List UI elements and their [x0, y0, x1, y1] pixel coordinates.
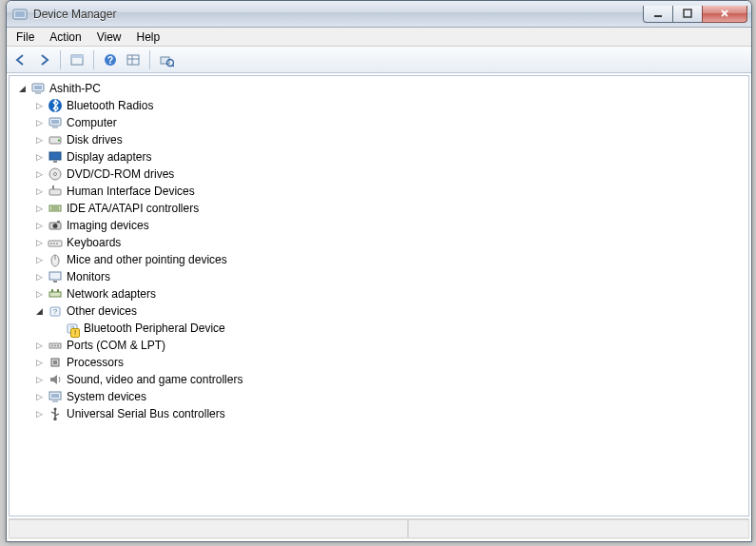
menu-view[interactable]: View: [89, 29, 129, 46]
twisty-collapsed-icon[interactable]: ▷: [34, 255, 45, 265]
hid-icon: [48, 184, 63, 199]
app-icon: [12, 7, 28, 22]
tree-item-label: Universal Serial Bus controllers: [66, 407, 225, 420]
toolbar: ?: [7, 47, 751, 73]
svg-rect-28: [52, 185, 54, 189]
tree-item-label: Disk drives: [66, 133, 123, 146]
svg-rect-1: [15, 11, 25, 17]
tree-item[interactable]: ▷Display adapters: [30, 148, 748, 166]
twisty-collapsed-icon[interactable]: ▷: [34, 341, 45, 351]
tree-item[interactable]: ▷Bluetooth Radios: [30, 97, 748, 114]
tree-item[interactable]: ▷Ports (COM & LPT): [30, 337, 748, 354]
twisty-collapsed-icon[interactable]: ▷: [34, 375, 45, 385]
twisty-collapsed-icon[interactable]: ▷: [34, 221, 45, 231]
twisty-expanded-icon[interactable]: ◢: [17, 84, 28, 94]
tree-item[interactable]: ◢Ashith-PC: [13, 80, 748, 97]
tree-node: ◢Ashith-PC▷Bluetooth Radios▷Computer▷Dis…: [13, 80, 748, 422]
twisty-collapsed-icon[interactable]: ▷: [34, 289, 45, 300]
svg-point-51: [51, 345, 53, 347]
usb-icon: [48, 406, 63, 421]
tree-children: ?!Bluetooth Peripheral Device: [30, 320, 748, 337]
tree-item-label: Ashith-PC: [48, 82, 101, 95]
tree-item-label: Imaging devices: [66, 219, 149, 232]
forward-button[interactable]: [33, 49, 54, 70]
device-tree[interactable]: ◢Ashith-PC▷Bluetooth Radios▷Computer▷Dis…: [9, 75, 749, 517]
tree-item[interactable]: ▷Universal Serial Bus controllers: [30, 405, 748, 422]
tree-node: ▷Network adapters: [30, 285, 748, 302]
ide-icon: [48, 201, 63, 216]
status-pane: [9, 519, 408, 538]
twisty-collapsed-icon[interactable]: ▷: [34, 186, 45, 197]
tree-item[interactable]: ▷DVD/CD-ROM drives: [30, 166, 748, 183]
tree-item[interactable]: ▷Keyboards: [30, 234, 748, 251]
toolbar-separator: [60, 50, 61, 69]
window-title: Device Manager: [33, 8, 644, 21]
svg-rect-5: [71, 55, 83, 58]
tree-item[interactable]: ▷IDE ATA/ATAPI controllers: [30, 200, 748, 217]
tree-item[interactable]: ▷Human Interface Devices: [30, 183, 748, 200]
other-icon: ?: [48, 303, 63, 319]
menu-help[interactable]: Help: [129, 29, 168, 46]
system-icon: [48, 389, 63, 404]
twisty-expanded-icon[interactable]: ◢: [34, 306, 45, 317]
scan-hardware-button[interactable]: [156, 49, 177, 70]
menu-action[interactable]: Action: [42, 29, 88, 46]
display-icon: [48, 149, 63, 165]
menubar: File Action View Help: [7, 28, 751, 47]
maximize-button[interactable]: [672, 6, 703, 23]
show-hidden-button[interactable]: [67, 49, 87, 70]
close-button[interactable]: [702, 6, 747, 23]
tree-item[interactable]: ▷Processors: [30, 354, 748, 371]
twisty-collapsed-icon[interactable]: ▷: [34, 152, 45, 163]
svg-rect-42: [53, 281, 57, 283]
svg-rect-15: [34, 86, 42, 89]
tree-item[interactable]: ▷Monitors: [30, 268, 748, 285]
tree-node: ◢?Other devices?!Bluetooth Peripheral De…: [30, 302, 748, 337]
menu-file[interactable]: File: [9, 29, 42, 46]
tree-item-label: Ports (COM & LPT): [66, 339, 165, 352]
tree-node: ▷Monitors: [30, 268, 748, 285]
twisty-collapsed-icon[interactable]: ▷: [34, 204, 45, 214]
svg-text:?: ?: [107, 55, 113, 66]
svg-rect-24: [53, 161, 57, 163]
tree-item[interactable]: ▷Sound, video and game controllers: [30, 371, 748, 388]
titlebar[interactable]: Device Manager: [7, 1, 751, 28]
twisty-collapsed-icon[interactable]: ▷: [34, 118, 45, 128]
back-button[interactable]: [10, 49, 31, 70]
twisty-collapsed-icon[interactable]: ▷: [34, 392, 45, 402]
port-icon: [48, 338, 63, 353]
tree-item[interactable]: ▷Computer: [30, 114, 748, 131]
tree-node: ▷Human Interface Devices: [30, 183, 748, 200]
svg-rect-58: [52, 400, 58, 402]
tree-item-label: Network adapters: [66, 287, 156, 301]
keyboard-icon: [48, 235, 63, 250]
twisty-collapsed-icon[interactable]: ▷: [34, 238, 45, 248]
tree-children: ▷Bluetooth Radios▷Computer▷Disk drives▷D…: [13, 97, 748, 422]
monitor-icon: [48, 269, 63, 284]
minimize-button[interactable]: [643, 6, 673, 23]
tree-item[interactable]: ▷Network adapters: [30, 285, 748, 302]
tree-item[interactable]: ◢?Other devices: [30, 302, 748, 320]
window: Device Manager File Action View Help: [6, 0, 752, 542]
svg-line-13: [172, 65, 174, 67]
svg-rect-45: [57, 289, 59, 292]
svg-rect-34: [57, 221, 60, 223]
properties-button[interactable]: [123, 49, 144, 70]
twisty-collapsed-icon[interactable]: ▷: [34, 135, 45, 146]
twisty-collapsed-icon[interactable]: ▷: [34, 358, 45, 368]
help-button[interactable]: ?: [100, 49, 121, 70]
tree-item[interactable]: ▷Mice and other pointing devices: [30, 251, 748, 268]
tree-item-label: IDE ATA/ATAPI controllers: [66, 202, 199, 215]
twisty-collapsed-icon[interactable]: ▷: [34, 101, 45, 111]
svg-point-52: [54, 345, 56, 347]
tree-item[interactable]: ▷System devices: [30, 388, 748, 405]
twisty-collapsed-icon[interactable]: ▷: [34, 409, 45, 419]
tree-item[interactable]: ?!Bluetooth Peripheral Device: [48, 320, 748, 337]
svg-rect-57: [51, 394, 59, 398]
twisty-collapsed-icon[interactable]: ▷: [34, 272, 45, 283]
tree-item[interactable]: ▷Disk drives: [30, 131, 748, 148]
mouse-icon: [48, 252, 63, 267]
tree-item[interactable]: ▷Imaging devices: [30, 217, 748, 234]
twisty-collapsed-icon[interactable]: ▷: [34, 169, 45, 180]
svg-rect-2: [654, 15, 662, 17]
